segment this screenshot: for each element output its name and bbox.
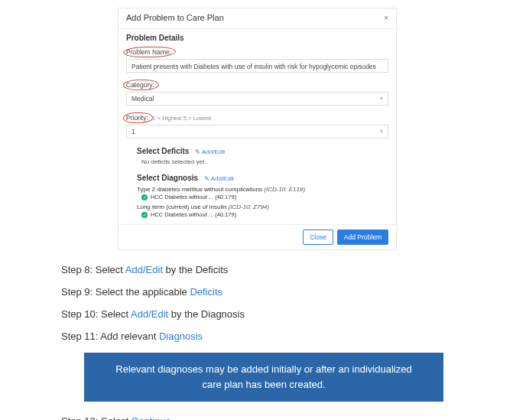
step-8: Step 8: Select Add/Edit by the Deficits (61, 264, 466, 275)
modal: Add Problem to Care Plan × Problem Detai… (118, 8, 397, 250)
diagnosis-section: Select Diagnosis ✎Add/Edit Type 2 diabet… (137, 171, 388, 218)
problem-name-input[interactable]: Patient presents with Diabetes with use … (126, 59, 388, 73)
priority-select[interactable]: 1 ▾ (126, 125, 388, 138)
deficits-text: No deficits selected yet. (141, 158, 388, 165)
diagnosis-line-2: Long term (current) use of insulin (ICD-… (137, 203, 388, 210)
add-problem-button[interactable]: Add Problem (337, 230, 388, 245)
category-group: Category: Medical ▾ (126, 78, 388, 106)
close-button[interactable]: Close (303, 230, 333, 245)
hcc-line-1: ✓ HCC Diabetes without ... (40.179) (141, 194, 388, 200)
modal-screenshot: Add Problem to Care Plan × Problem Detai… (118, 8, 397, 250)
step-10: Step 10: Select Add/Edit by the Diagnosi… (61, 308, 466, 320)
category-select[interactable]: Medical ▾ (126, 92, 388, 106)
modal-title: Add Problem to Care Plan (126, 13, 224, 22)
problem-details-heading: Problem Details (126, 34, 388, 42)
addedit-link-text: Add/Edit (131, 308, 168, 320)
steps-container: Step 8: Select Add/Edit by the Deficits … (61, 264, 466, 420)
category-value: Medical (132, 95, 154, 103)
close-icon[interactable]: × (384, 14, 388, 22)
priority-group: Priority: 1 = Highest 5 = Lowest 1 ▾ (126, 111, 388, 138)
check-icon: ✓ (141, 194, 148, 200)
chevron-down-icon: ▾ (380, 128, 383, 135)
hcc-line-2: ✓ HCC Diabetes without ... (40.179) (141, 211, 388, 218)
deficits-link-text: Deficits (190, 286, 222, 298)
check-icon: ✓ (141, 212, 148, 218)
pencil-icon: ✎ (204, 175, 209, 182)
category-label: Category: (126, 81, 154, 89)
info-callout: Relevant diagnoses may be added initiall… (84, 353, 443, 402)
deficits-heading: Select Deficits (137, 147, 189, 155)
continue-link-text: Continue (132, 415, 171, 420)
modal-body: Problem Details Problem Name: Patient pr… (119, 29, 396, 224)
priority-label: Priority: (126, 114, 148, 122)
chevron-down-icon: ▾ (380, 95, 383, 103)
addedit-link-text: Add/Edit (125, 264, 163, 275)
priority-value: 1 (132, 128, 135, 135)
step-11: Step 11: Add relevant Diagnosis (61, 330, 466, 342)
problem-name-group: Problem Name: Patient presents with Diab… (126, 45, 388, 73)
deficits-addedit-link[interactable]: ✎Add/Edit (195, 148, 225, 155)
modal-header: Add Problem to Care Plan × (119, 8, 396, 29)
diagnosis-heading: Select Diagnosis (137, 174, 198, 182)
problem-name-label: Problem Name: (126, 48, 171, 56)
diagnosis-line-1: Type 2 diabetes mellitus without complic… (137, 186, 388, 193)
deficits-section: Select Deficits ✎Add/Edit No deficits se… (137, 145, 388, 165)
diagnosis-addedit-link[interactable]: ✎Add/Edit (204, 175, 234, 182)
modal-footer: Close Add Problem (119, 224, 396, 249)
pencil-icon: ✎ (195, 148, 200, 155)
diagnosis-link-text: Diagnosis (159, 330, 203, 342)
step-12: Step 12: Select Continue (61, 415, 466, 420)
priority-hint: 1 = Highest 5 = Lowest (152, 115, 211, 122)
step-9: Step 9: Select the applicable Deficits (61, 286, 466, 298)
